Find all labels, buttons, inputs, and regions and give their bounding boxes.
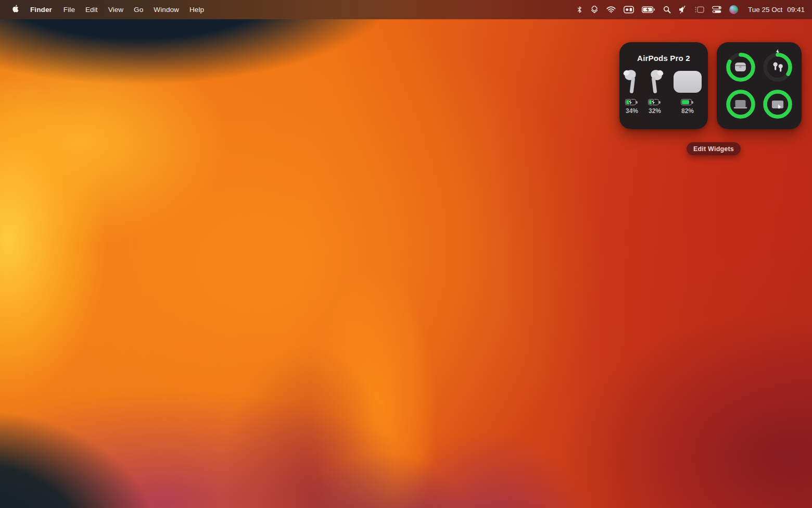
- left-earbud-battery-label: 34%: [626, 107, 638, 115]
- menubar-app-icon[interactable]: [624, 4, 634, 16]
- edit-widgets-label: Edit Widgets: [693, 145, 734, 153]
- apple-logo-icon: [11, 4, 19, 15]
- bluetooth-icon[interactable]: [577, 4, 582, 16]
- wifi-icon[interactable]: [606, 4, 616, 16]
- menu-item-file[interactable]: File: [58, 6, 80, 14]
- siri-orb: [729, 5, 738, 14]
- ring-airpods-earbuds: [762, 51, 794, 83]
- menu-item-help[interactable]: Help: [184, 6, 209, 14]
- case-shape: [674, 71, 702, 93]
- charging-bolt-icon: [627, 98, 633, 108]
- battery-charging-icon[interactable]: [642, 4, 655, 16]
- menu-item-edit[interactable]: Edit: [80, 6, 103, 14]
- volume-muted-icon[interactable]: [679, 4, 687, 16]
- apple-menu[interactable]: [10, 4, 24, 15]
- right-earbud-icon: [645, 66, 664, 98]
- right-earbud-battery-label: 32%: [649, 107, 661, 115]
- menu-bar: Finder File Edit View Go Window Help: [0, 0, 812, 19]
- case-battery-label: 82%: [681, 107, 694, 115]
- airpods-battery-widget[interactable]: AirPods Pro 2 34%: [619, 42, 708, 129]
- edit-widgets-button[interactable]: Edit Widgets: [687, 142, 741, 155]
- stacks-icon[interactable]: [590, 4, 599, 16]
- menu-bar-status-area: Tue 25 Oct 09:41: [577, 4, 812, 16]
- trackpad-glyph-icon: [771, 100, 784, 109]
- menu-bar-left: Finder File Edit View Go Window Help: [0, 4, 209, 15]
- battery-fill: [682, 100, 689, 104]
- airpods-earbuds-glyph-icon: [771, 61, 784, 73]
- menu-item-finder[interactable]: Finder: [24, 6, 58, 14]
- battery-rings-widget[interactable]: [717, 42, 802, 129]
- menu-item-view[interactable]: View: [103, 6, 129, 14]
- battery-nub: [692, 101, 693, 104]
- menu-item-go[interactable]: Go: [129, 6, 148, 14]
- spotlight-icon[interactable]: [663, 4, 671, 16]
- right-earbud-battery-icon: [648, 99, 662, 105]
- menu-item-window[interactable]: Window: [148, 6, 184, 14]
- ring-airpods-case: [725, 51, 757, 83]
- control-center-icon[interactable]: [712, 4, 721, 16]
- ring-macbook: [725, 88, 757, 120]
- macbook-glyph-icon: [733, 100, 748, 109]
- charging-bolt-icon: [650, 98, 656, 108]
- case-battery-icon: [681, 99, 694, 105]
- ring-trackpad: [762, 88, 794, 120]
- battery-nub: [636, 101, 637, 104]
- airpods-devices-row: 34% 32%: [620, 66, 707, 115]
- left-earbud-column: 34%: [620, 66, 643, 115]
- airpods-case-icon: [674, 66, 702, 98]
- clock-date: Tue 25 Oct: [748, 6, 782, 14]
- stage-manager-icon[interactable]: [695, 4, 704, 16]
- menu-bar-clock[interactable]: Tue 25 Oct 09:41: [746, 6, 805, 14]
- left-earbud-battery-icon: [625, 99, 639, 105]
- battery-nub: [659, 101, 660, 104]
- right-earbud-column: 32%: [643, 66, 666, 115]
- siri-icon[interactable]: [729, 4, 738, 16]
- airpods-widget-title: AirPods Pro 2: [637, 54, 690, 63]
- left-earbud-icon: [623, 66, 641, 98]
- airpods-case-glyph-icon: [734, 62, 746, 72]
- clock-time: 09:41: [787, 6, 805, 14]
- case-column: 82%: [668, 66, 707, 115]
